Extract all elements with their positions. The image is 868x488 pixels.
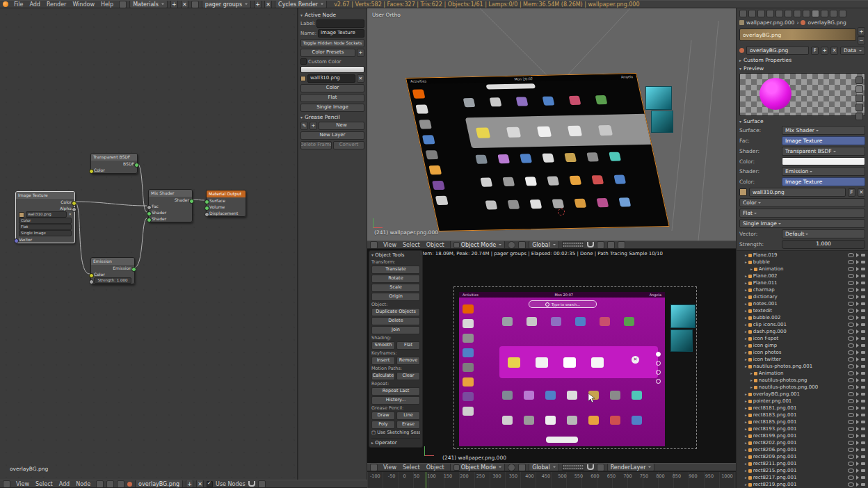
node-tree-datablock[interactable]: overlayBG.png — [135, 480, 183, 488]
visibility-icon[interactable] — [848, 441, 854, 445]
tool-button[interactable]: Draw — [371, 412, 395, 420]
surface-shader-selector[interactable]: Mix Shader — [782, 126, 865, 135]
expand-icon[interactable] — [745, 308, 747, 314]
tool-button[interactable]: Scale — [371, 284, 420, 292]
panel-title[interactable]: Active Node — [305, 12, 336, 18]
outliner-item[interactable]: rect8209.png.001 — [738, 453, 867, 460]
unlink-icon[interactable]: ✕ — [68, 211, 72, 218]
strength-slider[interactable]: 1.000 — [782, 240, 865, 249]
node-image-texture[interactable]: Image Texture Color Alpha wall310.png✕ C… — [15, 191, 75, 243]
object-name[interactable]: icon photos — [753, 350, 846, 355]
selectability-icon[interactable] — [856, 343, 859, 348]
selectability-icon[interactable] — [856, 267, 859, 271]
transform-orientation-selector[interactable]: Global — [529, 463, 559, 471]
visibility-icon[interactable] — [848, 336, 854, 341]
object-name[interactable]: rect8219.png.001 — [753, 482, 846, 487]
renderability-icon[interactable] — [861, 365, 865, 368]
grease-pencil-icon[interactable]: ✎ — [300, 122, 308, 130]
expand-icon[interactable] — [745, 482, 747, 487]
object-name[interactable]: Plane.019 — [753, 252, 846, 258]
node-label-field[interactable] — [316, 19, 364, 28]
visibility-icon[interactable] — [848, 420, 854, 424]
visibility-icon[interactable] — [848, 406, 854, 410]
tool-button[interactable]: Flat — [396, 341, 420, 350]
expand-icon[interactable] — [745, 419, 747, 425]
menu-item[interactable]: Select — [400, 242, 423, 248]
tab-physics[interactable] — [839, 10, 846, 17]
editor-type-button[interactable] — [370, 241, 378, 249]
shader-type-object-button[interactable] — [96, 480, 104, 488]
renderability-icon[interactable] — [861, 316, 865, 319]
tool-button[interactable]: Delete — [371, 317, 420, 325]
projection-dropdown[interactable]: Flat — [739, 209, 865, 218]
preview-cube-button[interactable] — [855, 95, 863, 102]
renderability-icon[interactable] — [861, 268, 865, 270]
renderability-icon[interactable] — [861, 428, 865, 430]
selectability-icon[interactable] — [856, 371, 859, 375]
object-name[interactable]: rect8217.png.001 — [753, 475, 846, 480]
object-name[interactable]: textedit — [753, 308, 846, 314]
selectability-icon[interactable] — [856, 281, 859, 285]
expand-icon[interactable] — [750, 371, 753, 376]
outliner-item[interactable]: nautilus-photos.png.001 — [738, 363, 867, 370]
menu-item[interactable]: Select — [33, 481, 56, 487]
mode-selector[interactable]: Object Mode — [450, 463, 505, 471]
expand-icon[interactable] — [745, 336, 747, 341]
unlink-material-button[interactable]: ✕ — [830, 47, 838, 55]
input-socket-strength[interactable] — [89, 279, 94, 284]
expand-icon[interactable] — [745, 259, 747, 265]
tab-constraints[interactable] — [785, 10, 792, 17]
node-title[interactable]: Material Output — [207, 190, 246, 197]
snap-icon[interactable] — [248, 481, 255, 487]
preview-panel[interactable]: Preview — [744, 65, 764, 72]
output-socket-color[interactable] — [72, 201, 77, 206]
projection-dropdown[interactable]: Flat — [300, 94, 364, 102]
object-name[interactable]: Animation — [759, 371, 846, 376]
object-name[interactable]: nautilus-photos.png — [759, 377, 846, 383]
tab-render-layers[interactable] — [748, 10, 756, 17]
image-datablock[interactable]: wall310.png — [26, 211, 67, 218]
expand-icon[interactable] — [745, 447, 747, 453]
visibility-icon[interactable] — [848, 385, 854, 389]
renderability-icon[interactable] — [861, 337, 865, 340]
visibility-icon[interactable] — [848, 399, 854, 403]
renderability-icon[interactable] — [861, 476, 865, 479]
renderability-icon[interactable] — [861, 407, 865, 409]
outliner-item[interactable]: rect8193.png.001 — [738, 425, 867, 432]
shader2-selector[interactable]: Emission — [782, 167, 865, 176]
outliner-item[interactable]: Animation — [738, 266, 867, 273]
selectability-icon[interactable] — [856, 274, 859, 278]
visibility-icon[interactable] — [848, 371, 854, 375]
snap-icon[interactable] — [587, 242, 594, 247]
new-layer-button[interactable]: New Layer — [300, 131, 364, 140]
selectability-icon[interactable] — [856, 378, 859, 382]
snap-icon[interactable] — [587, 464, 594, 470]
renderability-icon[interactable] — [861, 302, 865, 305]
selectability-icon[interactable] — [856, 295, 859, 299]
input-socket-fac[interactable] — [147, 205, 152, 210]
tool-button[interactable]: Rotate — [371, 275, 420, 283]
custom-color-checkbox[interactable] — [300, 58, 307, 65]
outliner-item[interactable]: rect8215.png.001 — [738, 467, 867, 474]
outliner-item[interactable]: textedit — [738, 307, 867, 314]
menu-item[interactable]: Help — [98, 1, 116, 8]
source-dropdown[interactable]: Single Image — [300, 104, 364, 112]
object-name[interactable]: nautilus-photos.png.000 — [759, 384, 846, 390]
add-scene-button[interactable]: + — [170, 0, 178, 8]
render-layer-selector[interactable]: RenderLayer — [607, 463, 655, 471]
layers-widget[interactable] — [562, 241, 584, 248]
outliner-item[interactable]: rect8206.png.001 — [738, 446, 867, 453]
renderability-icon[interactable] — [861, 295, 865, 298]
outliner-item[interactable]: rect8219.png.001 — [738, 481, 867, 488]
visibility-icon[interactable] — [848, 462, 854, 466]
viewport-shading-button[interactable] — [508, 464, 515, 471]
pivot-point-button[interactable] — [518, 241, 526, 249]
render-camera-icon[interactable] — [597, 464, 604, 471]
color-link-button[interactable]: Image Texture — [782, 177, 865, 186]
object-name[interactable]: clip icons.001 — [753, 322, 846, 327]
tool-button[interactable]: Duplicate Objects — [371, 308, 420, 316]
tab-particles[interactable] — [830, 10, 837, 17]
selectability-icon[interactable] — [856, 302, 859, 306]
timeline[interactable]: -100-50050100150200250300350400450500550… — [367, 471, 736, 488]
fake-user-button[interactable]: F — [811, 47, 819, 55]
